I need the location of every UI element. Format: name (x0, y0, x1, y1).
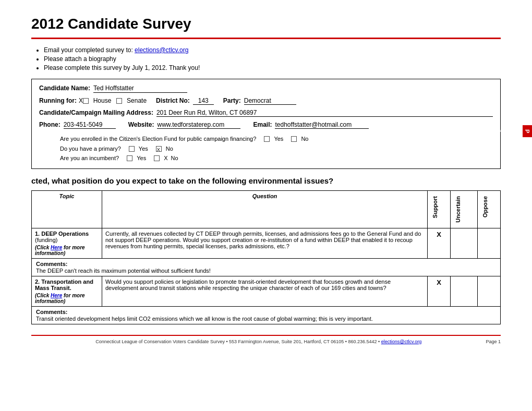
table-row: 1. DEEP Operations(funding)(Click Here f… (32, 228, 501, 258)
topic-cell-2: 2. Transportation and Mass Transit.(Clic… (32, 276, 102, 306)
support-header-label: Support (431, 193, 439, 221)
primary-question: Do you have a primary? (60, 144, 121, 154)
question-header-label: Question (252, 193, 277, 199)
email-value: tedhoffstatter@hotmail.com (275, 121, 369, 129)
citizen-fund-question: Are you enrolled in the Citizen's Electi… (60, 134, 256, 144)
running-for-row: Running for: X House Senate District No:… (39, 97, 493, 105)
topic-cell-1: 1. DEEP Operations(funding)(Click Here f… (32, 228, 102, 258)
survey-table: Topic Question Support Uncertain Oppose … (31, 190, 501, 324)
website-label: Website: (128, 121, 154, 128)
header-question: Question (102, 191, 428, 228)
citizen-yes-label: Yes (274, 134, 283, 144)
footer-divider (31, 335, 501, 336)
question-cell-2: Would you support policies or legislatio… (102, 276, 428, 306)
support-cell-2: X (428, 276, 451, 306)
district-label: District No: (156, 97, 190, 104)
party-value: Democrat (244, 97, 296, 105)
checkbox-questions: Are you enrolled in the Citizen's Electi… (60, 134, 493, 163)
running-for-value: X House Senate (79, 97, 147, 104)
uncertain-header-label: Uncertain (454, 193, 462, 226)
website-value: www.tedforstaterep.com (157, 121, 240, 129)
citizen-yes-checkbox (264, 136, 270, 142)
table-row: 2. Transportation and Mass Transit.(Clic… (32, 276, 501, 306)
footer-content: Connecticut League of Conservation Voter… (95, 339, 381, 344)
primary-yes-checkbox (129, 146, 135, 152)
header-oppose: Oppose (478, 191, 501, 228)
oppose-header-label: Oppose (481, 193, 489, 221)
candidate-name-value: Ted Hoffstatter (93, 84, 187, 93)
section-heading-text: cted, what position do you expect to tak… (31, 176, 333, 185)
address-label: Candidate/Campaign Mailing Address: (39, 109, 153, 116)
uncertain-cell-1 (451, 228, 478, 258)
footer-text: Connecticut League of Conservation Voter… (31, 339, 501, 344)
uncertain-cell-2 (451, 276, 478, 306)
citizen-no-checkbox (291, 136, 297, 142)
incumbent-yes-checkbox (127, 155, 132, 161)
citizen-no-label: No (301, 134, 308, 144)
primary-no-label: No (166, 144, 173, 154)
candidate-info-box: Candidate Name: Ted Hoffstatter Running … (31, 79, 501, 169)
citizen-fund-row: Are you enrolled in the Citizen's Electi… (60, 134, 493, 144)
incumbent-no-text: No (171, 153, 178, 163)
intro-item-1: Email your completed survey to: election… (44, 46, 501, 54)
incumbent-no-label: X (164, 153, 167, 163)
support-cell-1: X (428, 228, 451, 258)
primary-no-checkbox (156, 146, 162, 152)
table-header-row: Topic Question Support Uncertain Oppose (32, 191, 501, 228)
candidate-name-label: Candidate Name: (39, 84, 90, 92)
header-uncertain: Uncertain (451, 191, 478, 228)
footer-page: Page 1 (486, 339, 501, 344)
oppose-cell-2 (478, 276, 501, 306)
title-divider (31, 38, 501, 39)
comments-row-1: Comments:The DEEP can't reach its maximu… (32, 258, 501, 276)
topic-header-label: Topic (59, 193, 75, 199)
running-for-label: Running for: (39, 97, 77, 104)
intro-list: Email your completed survey to: election… (44, 46, 501, 71)
primary-row: Do you have a primary? Yes No (60, 144, 493, 154)
incumbent-row: Are you an incumbent? Yes X No (60, 153, 493, 163)
party-label: Party: (223, 97, 241, 104)
comments-row-2: Comments:Transit oriented development he… (32, 306, 501, 324)
topic-link-2[interactable]: Here (51, 293, 62, 298)
survey-title: 2012 Candidate Survey (31, 16, 501, 32)
email-link[interactable]: elections@ctlcv.org (135, 46, 188, 54)
address-row: Candidate/Campaign Mailing Address: 201 … (39, 109, 493, 117)
incumbent-question: Are you an incumbent? (60, 153, 119, 163)
question-cell-1: Currently, all revenues collected by CT … (102, 228, 428, 258)
comments-cell-2: Comments:Transit oriented development he… (32, 306, 501, 324)
address-value: 201 Deer Run Rd, Wilton, CT 06897 (156, 109, 493, 117)
phone-value: 203-451-5049 (64, 121, 116, 129)
incumbent-yes-label: Yes (137, 153, 146, 163)
contact-row: Phone: 203-451-5049 Website: www.tedfors… (39, 121, 493, 129)
section-heading: cted, what position do you expect to tak… (31, 176, 501, 185)
comments-cell-1: Comments:The DEEP can't reach its maximu… (32, 258, 501, 276)
footer-email-link[interactable]: elections@ctlcv.org (381, 339, 422, 344)
email-label: Email: (253, 121, 272, 128)
phone-label: Phone: (39, 121, 61, 128)
intro-item-2: Please attach a biography (44, 55, 501, 63)
header-support: Support (428, 191, 451, 228)
district-value: 143 (193, 97, 214, 105)
header-topic: Topic (32, 191, 102, 228)
primary-yes-label: Yes (139, 144, 148, 154)
incumbent-no-checkbox (154, 155, 160, 161)
side-tab: Part1:Ifele (523, 125, 532, 137)
oppose-cell-1 (478, 228, 501, 258)
intro-item-3: Please complete this survey by July 1, 2… (44, 64, 501, 71)
topic-link-1[interactable]: Here (51, 245, 62, 250)
candidate-name-row: Candidate Name: Ted Hoffstatter (39, 84, 493, 93)
